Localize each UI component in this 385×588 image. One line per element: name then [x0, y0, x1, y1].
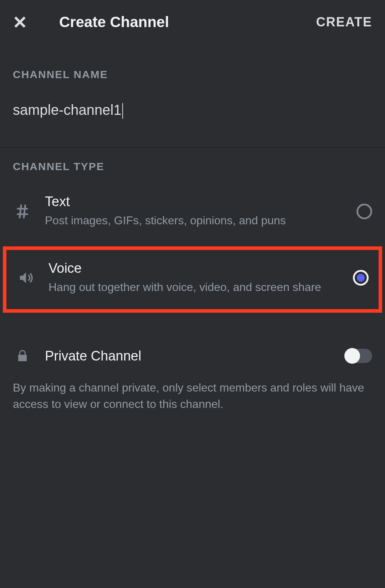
- type-voice-desc: Hang out together with voice, video, and…: [48, 280, 346, 295]
- speaker-icon: [16, 270, 36, 286]
- private-row: Private Channel: [13, 348, 372, 364]
- channel-name-input-wrap[interactable]: sample-channel1: [0, 88, 385, 148]
- private-label: Private Channel: [45, 348, 345, 364]
- voice-highlight: Voice Hang out together with voice, vide…: [3, 246, 382, 313]
- lock-icon: [13, 349, 32, 362]
- channel-type-section: CHANNEL TYPE Text Post images, GIFs, sti…: [0, 148, 385, 412]
- type-text-content: Text Post images, GIFs, stickers, opinio…: [45, 194, 349, 228]
- hash-icon: [13, 203, 32, 220]
- toggle-knob: [344, 348, 360, 364]
- private-section: Private Channel By making a channel priv…: [0, 348, 385, 413]
- text-cursor: [122, 103, 123, 119]
- type-voice-content: Voice Hang out together with voice, vide…: [48, 261, 346, 295]
- channel-type-label: CHANNEL TYPE: [0, 150, 385, 180]
- radio-voice-inner: [357, 274, 365, 282]
- radio-voice[interactable]: [353, 270, 369, 286]
- close-button[interactable]: [13, 15, 27, 29]
- close-icon: [13, 15, 27, 29]
- channel-type-text[interactable]: Text Post images, GIFs, stickers, opinio…: [0, 180, 385, 242]
- type-voice-title: Voice: [48, 261, 346, 276]
- type-text-desc: Post images, GIFs, stickers, opinions, a…: [45, 213, 349, 228]
- create-button[interactable]: CREATE: [316, 15, 372, 30]
- channel-name-label: CHANNEL NAME: [0, 58, 385, 88]
- channel-type-voice[interactable]: Voice Hang out together with voice, vide…: [6, 250, 379, 309]
- radio-text[interactable]: [356, 204, 372, 219]
- page-title: Create Channel: [59, 14, 316, 31]
- type-text-title: Text: [45, 194, 349, 209]
- private-description: By making a channel private, only select…: [13, 379, 372, 413]
- private-toggle[interactable]: [345, 349, 372, 363]
- spacer: [0, 44, 385, 58]
- channel-name-input[interactable]: sample-channel1: [13, 102, 123, 119]
- header-bar: Create Channel CREATE: [0, 0, 385, 44]
